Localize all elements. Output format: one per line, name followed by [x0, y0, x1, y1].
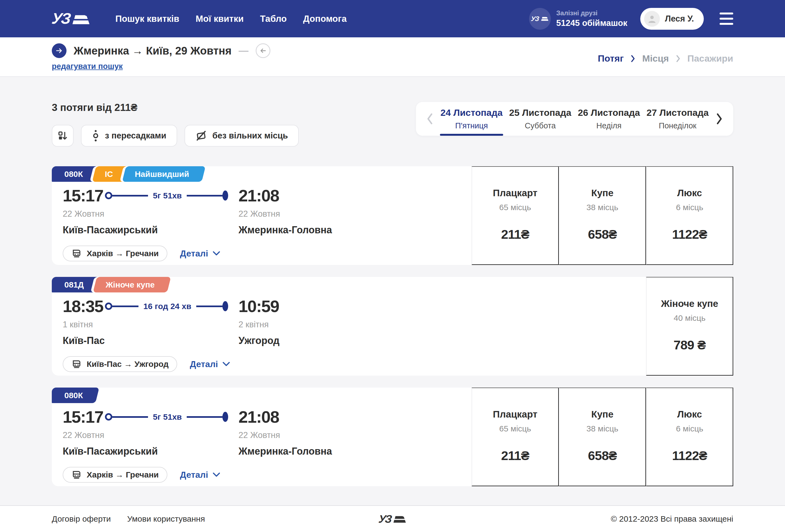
- train-silhouette-icon: [393, 516, 406, 524]
- arrival-date: 2 квітня: [238, 320, 279, 329]
- nav-links: Пошук квитківМої квиткиТаблоДопомога: [115, 14, 347, 24]
- loyalty-uz-badge-icon: УЗ: [529, 8, 551, 30]
- breadcrumb-chevron-icon: [630, 54, 636, 63]
- nav-link[interactable]: Табло: [260, 14, 287, 24]
- seat-class-price: 1122₴: [672, 227, 707, 242]
- route-title: Жмеринка → Київ, 29 Жовтня: [74, 45, 232, 57]
- loyalty-title: Залізні друзі: [556, 9, 628, 17]
- seat-class-column[interactable]: Люкс 6 місць 1122₴: [646, 387, 733, 486]
- footer-logo-text: УЗ: [378, 514, 392, 524]
- train-badge: Жіноче купе: [93, 277, 167, 293]
- dates-prev-button[interactable]: [423, 113, 437, 125]
- date-tab[interactable]: 25 Листопада Суббота: [506, 102, 575, 136]
- details-label: Деталі: [180, 249, 208, 259]
- footer-link[interactable]: Договір оферти: [52, 514, 111, 524]
- breadcrumb-chevron-icon: [676, 54, 681, 63]
- route-start-dot-icon: [105, 413, 112, 421]
- train-card: 081Д Жіноче купе 18:35 1 квітня Київ-Пас…: [52, 277, 733, 376]
- full-route-pill: Харків → Гречани: [63, 467, 167, 483]
- chevron-left-icon: [426, 113, 434, 125]
- duration-indicator: 16 год 24 хв: [105, 301, 228, 311]
- title-separator: —: [239, 45, 249, 56]
- user-name: Леся У.: [665, 14, 694, 24]
- filter-transfers[interactable]: з пересадками: [81, 125, 177, 147]
- chevron-down-icon: [212, 472, 220, 478]
- chevron-down-icon: [212, 251, 220, 256]
- seat-class-column[interactable]: Жіноче купе 40 місць 789 ₴: [646, 277, 733, 376]
- train-badges: 080К ІС Найшвидший: [52, 166, 202, 182]
- duration-indicator: 5г 51хв: [105, 191, 228, 201]
- nav-link[interactable]: Пошук квитків: [115, 14, 179, 24]
- swap-back-button[interactable]: [256, 43, 270, 58]
- seat-class-name: Плацкарт: [493, 409, 537, 420]
- badge-label: 080К: [64, 170, 83, 179]
- dates-next-button[interactable]: [712, 113, 727, 125]
- navbar: УЗ Пошук квитківМої квиткиТаблоДопомога …: [0, 0, 785, 37]
- seat-class-name: Плацкарт: [493, 187, 537, 198]
- footer-uz-logo: УЗ: [379, 514, 406, 524]
- date-tab-weekday: Суббота: [525, 121, 556, 130]
- train-badge: 080К: [52, 166, 95, 182]
- sort-button[interactable]: [52, 125, 74, 147]
- breadcrumb-item: Місця: [642, 53, 668, 64]
- seat-class-seats: 38 місць: [587, 203, 618, 212]
- details-button[interactable]: Деталі: [190, 359, 230, 369]
- seat-class-seats: 65 місць: [499, 203, 531, 212]
- loyalty-logo-text: УЗ: [531, 16, 539, 22]
- badge-label: ІС: [105, 170, 113, 179]
- date-tab-date: 25 Листопада: [509, 107, 571, 118]
- full-route-pill: Київ-Пас → Ужгород: [63, 356, 177, 372]
- train-front-icon: [71, 249, 82, 258]
- duration-label: 5г 51хв: [148, 191, 187, 200]
- route-end-dot-icon: [222, 412, 228, 422]
- date-tab[interactable]: 27 Листопада Понеділок: [643, 102, 712, 136]
- arrival-leg: 10:59 2 квітня Ужгород: [238, 298, 279, 347]
- filter-transfers-label: з пересадками: [105, 131, 166, 141]
- details-button[interactable]: Деталі: [180, 249, 220, 259]
- details-label: Деталі: [180, 470, 208, 480]
- nav-link[interactable]: Мої квитки: [196, 14, 244, 24]
- seat-class-column[interactable]: Люкс 6 місць 1122₴: [646, 166, 733, 265]
- seat-class-column[interactable]: Купе 38 місць 658₴: [559, 166, 646, 265]
- departure-date: 22 Жовтня: [63, 430, 238, 440]
- date-tab-weekday: Неділя: [597, 121, 622, 130]
- seat-class-seats: 6 місць: [676, 203, 703, 212]
- search-header: Жмеринка → Київ, 29 Жовтня — редагувати …: [0, 37, 785, 77]
- seat-class-price: 211₴: [501, 448, 529, 463]
- departure-date: 22 Жовтня: [63, 209, 238, 219]
- train-silhouette-icon: [72, 15, 90, 26]
- hamburger-menu-icon[interactable]: [719, 12, 733, 25]
- seat-class-price: 658₴: [588, 227, 617, 242]
- user-menu-button[interactable]: Леся У.: [640, 8, 704, 30]
- seat-class-column[interactable]: Плацкарт 65 місць 211₴: [472, 387, 559, 486]
- seat-class-name: Купе: [591, 187, 613, 198]
- copyright: © 2012-2023 Всі права захищені: [611, 514, 733, 524]
- chevron-right-icon: [715, 113, 724, 125]
- filter-no-seats[interactable]: без вільних місць: [184, 125, 299, 147]
- loyalty-points: 51245 обіймашок: [556, 18, 628, 28]
- duration-label: 5г 51хв: [148, 412, 187, 422]
- arrival-date: 22 Жовтня: [238, 209, 332, 219]
- details-button[interactable]: Деталі: [180, 470, 220, 480]
- arrival-time: 21:08: [238, 187, 332, 204]
- date-tab[interactable]: 24 Листопада П'ятниця: [437, 102, 506, 136]
- badge-label: Жіноче купе: [105, 280, 155, 289]
- edit-search-link[interactable]: редагувати пошук: [52, 62, 123, 71]
- train-front-icon: [71, 360, 82, 369]
- breadcrumb-item: Пасажири: [687, 53, 733, 64]
- footer-link[interactable]: Умови користування: [127, 514, 205, 524]
- uz-logo[interactable]: УЗ: [52, 12, 90, 25]
- nav-link[interactable]: Допомога: [303, 14, 347, 24]
- filter-no-seats-label: без вільних місць: [212, 131, 288, 141]
- arrival-time: 10:59: [238, 298, 279, 315]
- seat-class-price: 658₴: [588, 448, 617, 463]
- date-tab-date: 27 Листопада: [647, 107, 709, 118]
- train-badges: 081Д Жіноче купе: [52, 277, 167, 293]
- date-tab[interactable]: 26 Листопада Неділя: [575, 102, 643, 136]
- breadcrumb-item[interactable]: Потяг: [598, 53, 624, 64]
- seat-class-column[interactable]: Купе 38 місць 658₴: [559, 387, 646, 486]
- loyalty-widget[interactable]: УЗ Залізні друзі 51245 обіймашок: [529, 8, 628, 30]
- results-area: 3 потяги від 211₴: [0, 77, 785, 505]
- seat-class-column[interactable]: Плацкарт 65 місць 211₴: [472, 166, 559, 265]
- train-badges: 080К: [52, 387, 95, 403]
